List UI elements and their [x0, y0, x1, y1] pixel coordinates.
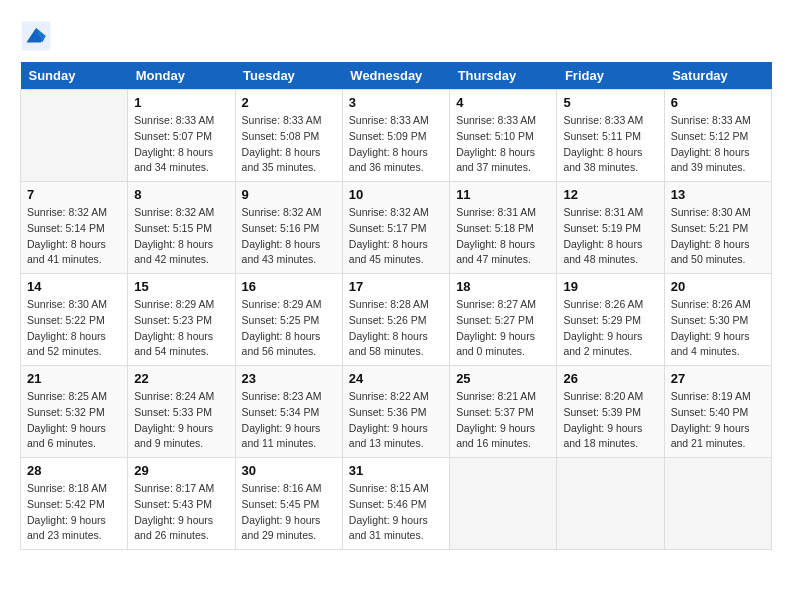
day-number: 21: [27, 371, 121, 386]
day-info: Sunrise: 8:30 AMSunset: 5:21 PMDaylight:…: [671, 205, 765, 268]
logo-icon: [20, 20, 52, 52]
day-number: 31: [349, 463, 443, 478]
day-cell: 2Sunrise: 8:33 AMSunset: 5:08 PMDaylight…: [235, 90, 342, 182]
day-cell: [21, 90, 128, 182]
day-number: 1: [134, 95, 228, 110]
day-number: 16: [242, 279, 336, 294]
day-info: Sunrise: 8:29 AMSunset: 5:25 PMDaylight:…: [242, 297, 336, 360]
day-number: 11: [456, 187, 550, 202]
day-info: Sunrise: 8:32 AMSunset: 5:17 PMDaylight:…: [349, 205, 443, 268]
column-header-friday: Friday: [557, 62, 664, 90]
day-info: Sunrise: 8:20 AMSunset: 5:39 PMDaylight:…: [563, 389, 657, 452]
day-info: Sunrise: 8:25 AMSunset: 5:32 PMDaylight:…: [27, 389, 121, 452]
day-cell: [557, 458, 664, 550]
day-info: Sunrise: 8:32 AMSunset: 5:16 PMDaylight:…: [242, 205, 336, 268]
day-info: Sunrise: 8:15 AMSunset: 5:46 PMDaylight:…: [349, 481, 443, 544]
day-info: Sunrise: 8:32 AMSunset: 5:14 PMDaylight:…: [27, 205, 121, 268]
day-number: 14: [27, 279, 121, 294]
day-cell: 6Sunrise: 8:33 AMSunset: 5:12 PMDaylight…: [664, 90, 771, 182]
day-cell: 8Sunrise: 8:32 AMSunset: 5:15 PMDaylight…: [128, 182, 235, 274]
day-info: Sunrise: 8:18 AMSunset: 5:42 PMDaylight:…: [27, 481, 121, 544]
day-info: Sunrise: 8:31 AMSunset: 5:18 PMDaylight:…: [456, 205, 550, 268]
week-row-5: 28Sunrise: 8:18 AMSunset: 5:42 PMDayligh…: [21, 458, 772, 550]
day-info: Sunrise: 8:26 AMSunset: 5:29 PMDaylight:…: [563, 297, 657, 360]
day-info: Sunrise: 8:33 AMSunset: 5:12 PMDaylight:…: [671, 113, 765, 176]
day-cell: 23Sunrise: 8:23 AMSunset: 5:34 PMDayligh…: [235, 366, 342, 458]
day-cell: 19Sunrise: 8:26 AMSunset: 5:29 PMDayligh…: [557, 274, 664, 366]
day-number: 8: [134, 187, 228, 202]
day-number: 17: [349, 279, 443, 294]
day-number: 5: [563, 95, 657, 110]
day-number: 12: [563, 187, 657, 202]
day-info: Sunrise: 8:33 AMSunset: 5:11 PMDaylight:…: [563, 113, 657, 176]
column-header-wednesday: Wednesday: [342, 62, 449, 90]
day-cell: 27Sunrise: 8:19 AMSunset: 5:40 PMDayligh…: [664, 366, 771, 458]
day-cell: 11Sunrise: 8:31 AMSunset: 5:18 PMDayligh…: [450, 182, 557, 274]
day-info: Sunrise: 8:22 AMSunset: 5:36 PMDaylight:…: [349, 389, 443, 452]
day-number: 6: [671, 95, 765, 110]
day-info: Sunrise: 8:33 AMSunset: 5:09 PMDaylight:…: [349, 113, 443, 176]
day-number: 29: [134, 463, 228, 478]
day-cell: 7Sunrise: 8:32 AMSunset: 5:14 PMDaylight…: [21, 182, 128, 274]
logo: [20, 20, 56, 52]
day-number: 24: [349, 371, 443, 386]
day-cell: 16Sunrise: 8:29 AMSunset: 5:25 PMDayligh…: [235, 274, 342, 366]
day-number: 19: [563, 279, 657, 294]
day-cell: 25Sunrise: 8:21 AMSunset: 5:37 PMDayligh…: [450, 366, 557, 458]
day-number: 30: [242, 463, 336, 478]
day-number: 20: [671, 279, 765, 294]
day-info: Sunrise: 8:23 AMSunset: 5:34 PMDaylight:…: [242, 389, 336, 452]
day-cell: 26Sunrise: 8:20 AMSunset: 5:39 PMDayligh…: [557, 366, 664, 458]
day-number: 28: [27, 463, 121, 478]
day-cell: 1Sunrise: 8:33 AMSunset: 5:07 PMDaylight…: [128, 90, 235, 182]
day-info: Sunrise: 8:30 AMSunset: 5:22 PMDaylight:…: [27, 297, 121, 360]
day-cell: 15Sunrise: 8:29 AMSunset: 5:23 PMDayligh…: [128, 274, 235, 366]
day-cell: [664, 458, 771, 550]
day-number: 2: [242, 95, 336, 110]
day-cell: 30Sunrise: 8:16 AMSunset: 5:45 PMDayligh…: [235, 458, 342, 550]
day-info: Sunrise: 8:17 AMSunset: 5:43 PMDaylight:…: [134, 481, 228, 544]
calendar-table: SundayMondayTuesdayWednesdayThursdayFrid…: [20, 62, 772, 550]
day-cell: 5Sunrise: 8:33 AMSunset: 5:11 PMDaylight…: [557, 90, 664, 182]
day-info: Sunrise: 8:24 AMSunset: 5:33 PMDaylight:…: [134, 389, 228, 452]
column-header-saturday: Saturday: [664, 62, 771, 90]
column-header-tuesday: Tuesday: [235, 62, 342, 90]
day-number: 27: [671, 371, 765, 386]
day-info: Sunrise: 8:31 AMSunset: 5:19 PMDaylight:…: [563, 205, 657, 268]
day-cell: 17Sunrise: 8:28 AMSunset: 5:26 PMDayligh…: [342, 274, 449, 366]
day-cell: 13Sunrise: 8:30 AMSunset: 5:21 PMDayligh…: [664, 182, 771, 274]
week-row-4: 21Sunrise: 8:25 AMSunset: 5:32 PMDayligh…: [21, 366, 772, 458]
day-cell: 18Sunrise: 8:27 AMSunset: 5:27 PMDayligh…: [450, 274, 557, 366]
day-cell: 29Sunrise: 8:17 AMSunset: 5:43 PMDayligh…: [128, 458, 235, 550]
day-cell: 4Sunrise: 8:33 AMSunset: 5:10 PMDaylight…: [450, 90, 557, 182]
day-info: Sunrise: 8:27 AMSunset: 5:27 PMDaylight:…: [456, 297, 550, 360]
day-info: Sunrise: 8:33 AMSunset: 5:08 PMDaylight:…: [242, 113, 336, 176]
day-cell: 14Sunrise: 8:30 AMSunset: 5:22 PMDayligh…: [21, 274, 128, 366]
day-info: Sunrise: 8:26 AMSunset: 5:30 PMDaylight:…: [671, 297, 765, 360]
day-number: 23: [242, 371, 336, 386]
day-number: 7: [27, 187, 121, 202]
day-cell: 22Sunrise: 8:24 AMSunset: 5:33 PMDayligh…: [128, 366, 235, 458]
day-number: 26: [563, 371, 657, 386]
day-number: 18: [456, 279, 550, 294]
day-cell: 10Sunrise: 8:32 AMSunset: 5:17 PMDayligh…: [342, 182, 449, 274]
day-number: 25: [456, 371, 550, 386]
day-number: 4: [456, 95, 550, 110]
day-cell: 21Sunrise: 8:25 AMSunset: 5:32 PMDayligh…: [21, 366, 128, 458]
day-info: Sunrise: 8:33 AMSunset: 5:07 PMDaylight:…: [134, 113, 228, 176]
day-info: Sunrise: 8:29 AMSunset: 5:23 PMDaylight:…: [134, 297, 228, 360]
day-number: 15: [134, 279, 228, 294]
day-cell: 9Sunrise: 8:32 AMSunset: 5:16 PMDaylight…: [235, 182, 342, 274]
day-cell: 3Sunrise: 8:33 AMSunset: 5:09 PMDaylight…: [342, 90, 449, 182]
week-row-1: 1Sunrise: 8:33 AMSunset: 5:07 PMDaylight…: [21, 90, 772, 182]
day-number: 3: [349, 95, 443, 110]
day-info: Sunrise: 8:16 AMSunset: 5:45 PMDaylight:…: [242, 481, 336, 544]
day-cell: 24Sunrise: 8:22 AMSunset: 5:36 PMDayligh…: [342, 366, 449, 458]
header: [20, 20, 772, 52]
day-number: 10: [349, 187, 443, 202]
day-cell: 20Sunrise: 8:26 AMSunset: 5:30 PMDayligh…: [664, 274, 771, 366]
column-header-thursday: Thursday: [450, 62, 557, 90]
day-info: Sunrise: 8:19 AMSunset: 5:40 PMDaylight:…: [671, 389, 765, 452]
day-info: Sunrise: 8:32 AMSunset: 5:15 PMDaylight:…: [134, 205, 228, 268]
day-cell: [450, 458, 557, 550]
